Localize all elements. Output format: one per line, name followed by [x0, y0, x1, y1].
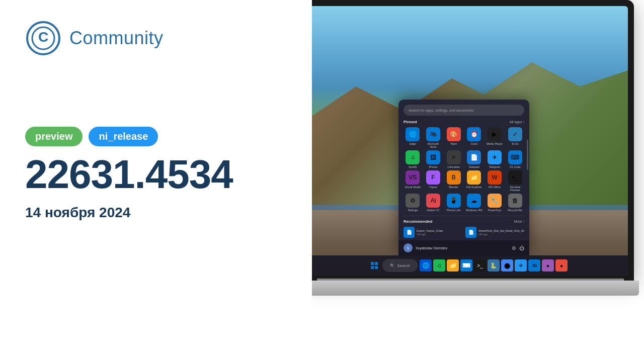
build-number: 22631.4534 [25, 154, 287, 195]
app-label: Figma [429, 186, 437, 189]
app-label: Visual Studio [405, 186, 421, 189]
taskbar-files[interactable]: 📁 [447, 259, 459, 272]
recommended-section: Recommended More › 📄 Export_Teams_Chats … [404, 216, 524, 238]
rec-item[interactable]: 📄 SharePoint_Site_Set_Read_Only_All 15h … [465, 227, 524, 238]
app-label: Media Player [487, 142, 503, 145]
app-calculator[interactable]: = Calculator [444, 150, 463, 168]
laptop-base [312, 281, 639, 296]
all-apps-link[interactable]: All apps › [510, 120, 524, 124]
app-label: Notepad [469, 165, 479, 168]
settings-icon[interactable]: ⚙ [512, 245, 516, 251]
app-paint[interactable]: 🎨 Paint [444, 127, 463, 148]
recommended-section-header: Recommended More › [404, 219, 524, 224]
app-label: Paint [450, 142, 457, 145]
app-telegram[interactable]: ✈ Telegram [486, 150, 504, 168]
app-icon: ☁ [467, 194, 481, 208]
app-icon: 📁 [467, 170, 481, 185]
app-visual-studio[interactable]: VS Visual Studio [404, 170, 422, 192]
build-date: 14 ноября 2024 [25, 205, 287, 221]
svg-text:C: C [38, 29, 48, 45]
app-powertoys[interactable]: 🔧 PowerToys [486, 194, 504, 212]
app-label: Photos [429, 165, 437, 168]
app-photos[interactable]: 🖼 Photos [424, 150, 443, 168]
app-blender[interactable]: B Blender [444, 170, 463, 192]
app-file-explorer[interactable]: 📁 File Explorer [465, 170, 484, 192]
start-menu-search[interactable]: Search for apps, settings, and documents [404, 105, 524, 116]
app-recycle-bin[interactable]: 🗑 Recycle Bin [506, 194, 524, 212]
app-icon: ⚙ [406, 194, 420, 208]
app-icon: B [447, 170, 461, 185]
app-windows-365[interactable]: ☁ Windows 365 [465, 194, 484, 212]
taskbar: 🔍 Search 🌐 ♫ 📁 ⌨ >_ 🐍 ⬤ ✈ [312, 255, 628, 276]
windows-logo [371, 262, 378, 269]
taskbar-mail[interactable]: ✉ [528, 259, 540, 272]
taskbar-python[interactable]: 🐍 [488, 259, 500, 272]
app-icon: ✓ [508, 127, 522, 141]
taskbar-app-icons: 🌐 ♫ 📁 ⌨ >_ 🐍 ⬤ ✈ ✉ ● ● [420, 259, 568, 272]
app-label: To Do [511, 142, 518, 145]
recommended-label: Recommended [404, 219, 432, 224]
search-icon: 🔍 [390, 263, 395, 268]
app-edge[interactable]: 🌐 Edge [404, 127, 422, 148]
taskbar-extra2[interactable]: ● [555, 259, 568, 272]
pinned-apps-grid: 🌐 Edge 🛍 Microsoft Store 🎨 Paint ⏰ Clock… [404, 127, 524, 212]
start-menu-scrollbar[interactable] [527, 140, 528, 170]
app-microsoft-store[interactable]: 🛍 Microsoft Store [424, 127, 443, 148]
taskbar-terminal[interactable]: >_ [474, 259, 486, 272]
taskbar-telegram[interactable]: ✈ [515, 259, 527, 272]
app-icon: 🌐 [406, 127, 420, 141]
app-label: Blender [449, 186, 458, 189]
user-info[interactable]: S Svyatoslav Demidov [404, 243, 447, 252]
start-menu-footer: S Svyatoslav Demidov ⚙ ⏻ [398, 240, 529, 255]
footer-actions: ⚙ ⏻ [512, 245, 524, 251]
taskbar-chrome[interactable]: ⬤ [501, 259, 513, 272]
app-label: PowerToys [488, 209, 502, 212]
app-icon: ✈ [488, 150, 502, 164]
logo-text: Community [69, 28, 164, 49]
app-label: Windows 365 [466, 209, 482, 212]
app-terminal-preview[interactable]: >_ Terminal Preview [506, 170, 524, 192]
rec-item-text: SharePoint_Site_Set_Read_Only_All 15h ag… [478, 229, 524, 236]
app-label: Adobe CC [427, 209, 439, 212]
app-icon: ⌨ [508, 150, 522, 164]
pinned-label: Pinned [404, 120, 417, 124]
app-label: Clock [470, 142, 477, 145]
app-to-do[interactable]: ✓ To Do [506, 127, 524, 148]
app-label: VS Code [510, 165, 521, 168]
app-icon: 🔧 [488, 194, 502, 208]
tag-preview: preview [25, 127, 83, 146]
power-icon[interactable]: ⏻ [519, 245, 524, 251]
app-clock[interactable]: ⏰ Clock [465, 127, 484, 148]
app-icon: W [488, 170, 502, 185]
app-figma[interactable]: F Figma [424, 170, 443, 192]
app-icon: Ai [426, 194, 440, 208]
taskbar-vscode[interactable]: ⌨ [460, 259, 472, 272]
app-vs-code[interactable]: ⌨ VS Code [506, 150, 524, 168]
app-media-player[interactable]: ▶ Media Player [486, 127, 504, 148]
app-adobe-cc[interactable]: Ai Adobe CC [424, 194, 443, 212]
pinned-section-header: Pinned All apps › [404, 120, 524, 124]
rec-item[interactable]: 📄 Export_Teams_Chats 14h ago [404, 227, 462, 238]
start-button[interactable] [368, 259, 380, 272]
taskbar-search[interactable]: 🔍 Search [382, 259, 418, 272]
recommended-items: 📄 Export_Teams_Chats 14h ago 📄 SharePoin… [404, 227, 524, 238]
app-label: Edge [410, 142, 416, 145]
start-menu[interactable]: Search for apps, settings, and documents… [398, 100, 529, 255]
app-notepad[interactable]: 📄 Notepad [465, 150, 484, 168]
more-link[interactable]: More › [514, 220, 524, 223]
app-label: Telegram [489, 165, 501, 168]
app-spotify[interactable]: ♫ Spotify [404, 150, 422, 168]
tags-area: preview ni_release [25, 127, 287, 146]
app-icon: 🎨 [447, 127, 461, 141]
laptop-screen-bezel: Search for apps, settings, and documents… [312, 0, 634, 282]
app-label: Terminal Preview [506, 186, 524, 192]
taskbar-spotify[interactable]: ♫ [433, 259, 445, 272]
app-settings[interactable]: ⚙ Settings [404, 194, 422, 212]
taskbar-extra1[interactable]: ● [542, 259, 554, 272]
app-icon: ▶ [488, 127, 502, 141]
app-label: Microsoft Store [424, 142, 443, 148]
logo-area: C Community [25, 20, 287, 56]
app-ms-office[interactable]: W MS Office [486, 170, 504, 192]
taskbar-edge[interactable]: 🌐 [420, 259, 432, 272]
app-phone-link[interactable]: 📱 Phone Link [444, 194, 463, 212]
